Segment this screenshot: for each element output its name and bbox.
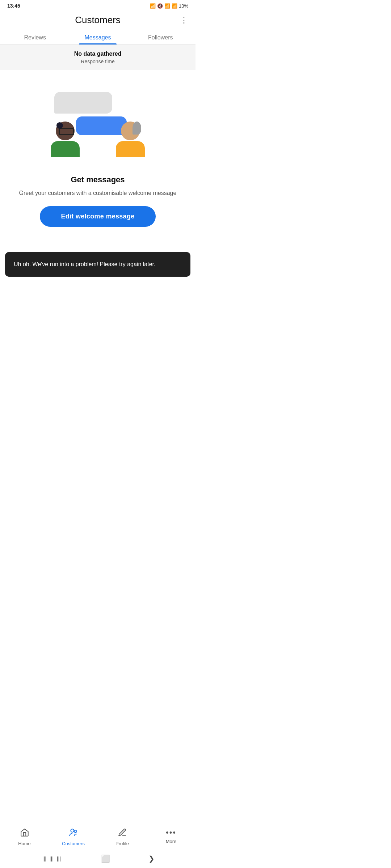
person-left-body	[51, 141, 80, 157]
edit-welcome-message-button[interactable]: Edit welcome message	[40, 206, 156, 227]
tab-bar: Reviews Messages Followers	[0, 29, 196, 45]
page-title: Customers	[75, 14, 121, 26]
person-left-hair	[56, 122, 63, 129]
status-time: 13:45	[7, 3, 20, 9]
error-toast-message: Uh oh. We've run into a problem! Please …	[14, 261, 155, 267]
person-left-head	[56, 122, 75, 140]
battery-indicator: 13%	[179, 3, 188, 9]
info-banner: No data gathered Response time	[0, 45, 196, 70]
mute-icon: 🔇	[157, 3, 163, 9]
empty-state-description: Greet your customers with a customisable…	[14, 189, 181, 197]
signal-icon: 📶	[172, 3, 177, 9]
chat-bubble-top	[54, 92, 112, 114]
status-icons: 📶 🔇 📶 📶 13%	[150, 3, 188, 9]
person-right-head	[121, 122, 140, 140]
response-time-label: Response time	[7, 59, 188, 64]
no-data-label: No data gathered	[7, 51, 188, 57]
error-toast: Uh oh. We've run into a problem! Please …	[5, 252, 190, 277]
person-right-hair	[133, 122, 141, 135]
messages-illustration	[47, 92, 148, 157]
bluetooth-icon: 📶	[150, 3, 156, 9]
top-bar: Customers ⋮	[0, 11, 196, 29]
status-bar: 13:45 📶 🔇 📶 📶 13%	[0, 0, 196, 11]
more-options-button[interactable]: ⋮	[180, 16, 188, 25]
empty-state-content: Get messages Greet your customers with a…	[0, 168, 196, 238]
tab-followers[interactable]: Followers	[129, 29, 192, 44]
empty-state-title: Get messages	[14, 175, 181, 184]
tab-reviews[interactable]: Reviews	[4, 29, 66, 44]
person-right	[116, 122, 145, 157]
wifi-icon: 📶	[164, 3, 170, 9]
person-right-body	[116, 141, 145, 157]
tab-messages[interactable]: Messages	[66, 29, 129, 44]
person-left	[51, 122, 80, 157]
illustration-container	[0, 70, 196, 168]
